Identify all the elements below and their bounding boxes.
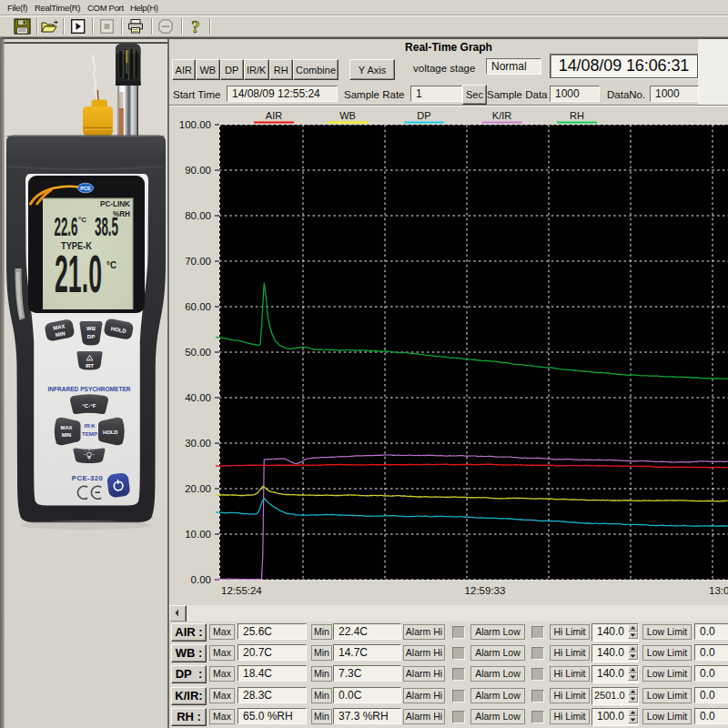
svg-text:50.00: 50.00 bbox=[185, 347, 211, 358]
svg-text:INFRARED PSYCHROMETER: INFRARED PSYCHROMETER bbox=[48, 385, 132, 393]
svg-text:38.5: 38.5 bbox=[95, 211, 118, 241]
svg-text:13:03:51: 13:03:51 bbox=[709, 585, 728, 596]
svg-text:°C: °C bbox=[106, 260, 116, 270]
svg-text:PCE: PCE bbox=[80, 186, 91, 191]
svg-text:12:55:24: 12:55:24 bbox=[221, 585, 262, 596]
svg-text:30.00: 30.00 bbox=[185, 438, 211, 449]
svg-text:IRT: IRT bbox=[86, 363, 95, 369]
svg-text:?: ? bbox=[191, 17, 200, 36]
svg-text:DP: DP bbox=[87, 334, 95, 339]
svg-text:80.00: 80.00 bbox=[185, 210, 211, 221]
svg-text:100.00: 100.00 bbox=[179, 119, 211, 130]
svg-text:20.00: 20.00 bbox=[185, 483, 211, 494]
svg-text:°C: °C bbox=[78, 216, 86, 224]
svg-text:TEMP: TEMP bbox=[82, 430, 97, 437]
svg-text:10.00: 10.00 bbox=[185, 529, 211, 540]
svg-text:RH: RH bbox=[570, 110, 584, 121]
svg-text:AIR: AIR bbox=[266, 110, 282, 121]
svg-text:22.6: 22.6 bbox=[55, 211, 78, 241]
svg-text:40.00: 40.00 bbox=[185, 392, 211, 403]
svg-text:K/IR: K/IR bbox=[492, 110, 511, 121]
svg-text:MIN: MIN bbox=[62, 432, 72, 438]
svg-text:MAX: MAX bbox=[61, 425, 73, 430]
svg-text:PCE-320: PCE-320 bbox=[72, 474, 104, 482]
svg-text:70.00: 70.00 bbox=[185, 256, 211, 267]
svg-text:WB: WB bbox=[86, 326, 96, 331]
svg-text:0.00: 0.00 bbox=[191, 574, 211, 585]
svg-text:HOLD: HOLD bbox=[103, 430, 117, 435]
svg-text:DP: DP bbox=[417, 110, 430, 121]
svg-text:WB: WB bbox=[339, 110, 356, 121]
svg-text:IR:K: IR:K bbox=[84, 422, 96, 429]
svg-text:PC-LINK: PC-LINK bbox=[100, 198, 130, 208]
svg-text:21.0: 21.0 bbox=[55, 244, 102, 303]
svg-text:°C·°F: °C·°F bbox=[82, 402, 96, 409]
svg-text:90.00: 90.00 bbox=[185, 165, 211, 176]
svg-text:12:59:33: 12:59:33 bbox=[465, 585, 506, 596]
svg-text:60.00: 60.00 bbox=[185, 301, 211, 312]
